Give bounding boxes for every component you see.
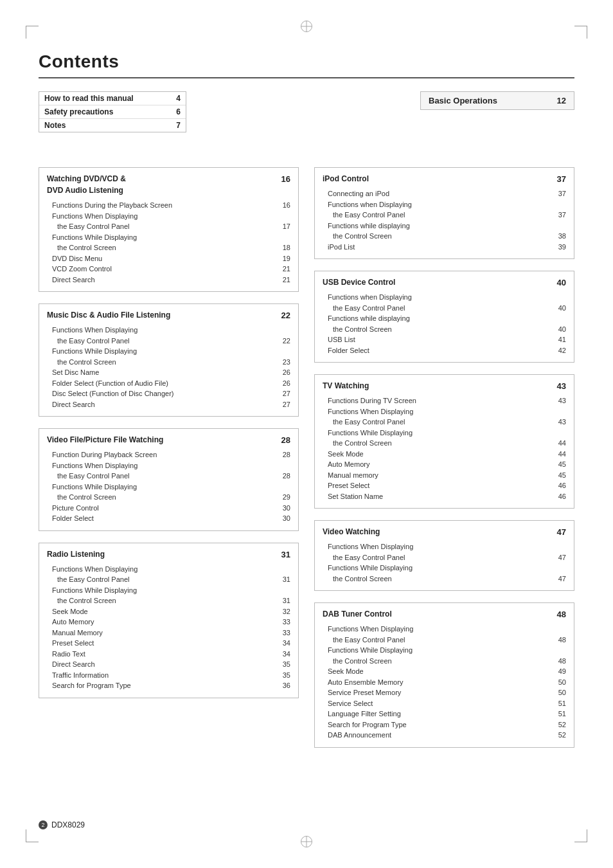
entry-row: the Control Screen48 — [323, 656, 566, 667]
entry-label: Set Station Name — [328, 491, 553, 502]
entry-label: Folder Select — [328, 345, 553, 356]
entry-page: 43 — [553, 395, 566, 406]
entry-label: Seek Mode — [328, 449, 553, 460]
entry-row: the Control Screen29 — [47, 492, 290, 503]
entry-page — [278, 585, 290, 596]
entry-label: the Easy Control Panel — [333, 635, 553, 646]
entry-page: 43 — [553, 417, 566, 428]
entry-row: Functions While Displaying — [323, 428, 566, 439]
entry-row: the Control Screen31 — [47, 595, 290, 606]
entry-page: 48 — [553, 635, 566, 646]
section-box-video-file: Video File/Picture File Watching28Functi… — [39, 428, 299, 531]
entry-row: the Control Screen23 — [47, 357, 290, 368]
section-page: 37 — [557, 174, 566, 184]
intro-label: Safety precautions — [39, 105, 167, 119]
intro-page: 7 — [167, 119, 186, 132]
entry-row: the Easy Control Panel40 — [323, 303, 566, 314]
entry-label: Connecting an iPod — [328, 188, 553, 199]
entry-row: the Control Screen44 — [323, 438, 566, 449]
entry-row: Direct Search35 — [47, 659, 290, 670]
entry-page: 27 — [278, 388, 290, 399]
section-title: DAB Tuner Control — [323, 610, 392, 619]
entry-label: Functions when Displaying — [328, 292, 553, 303]
section-title: Video Watching — [323, 527, 380, 536]
entry-page: 28 — [278, 471, 290, 482]
entry-label: Functions while displaying — [328, 313, 553, 324]
entry-page: 34 — [278, 649, 290, 660]
basic-operations-page: 12 — [557, 96, 566, 105]
entry-row: Direct Search21 — [47, 275, 290, 285]
section-header: iPod Control37 — [323, 174, 566, 186]
entry-page — [553, 221, 566, 231]
entry-page: 18 — [278, 242, 290, 253]
entry-page: 35 — [278, 659, 290, 670]
entry-row: Functions While Displaying — [47, 346, 290, 357]
section-title-wrap: Video File/Picture File Watching — [47, 435, 163, 447]
entry-label: Functions While Displaying — [52, 585, 278, 596]
entry-page — [553, 645, 566, 656]
intro-page: 4 — [167, 92, 186, 105]
entry-row: Preset Select46 — [323, 480, 566, 491]
entry-page: 46 — [553, 491, 566, 502]
intro-row: How to read this manual4 — [39, 92, 186, 105]
entry-page: 40 — [553, 303, 566, 314]
entry-label: the Easy Control Panel — [333, 210, 553, 221]
entry-page — [553, 428, 566, 439]
entry-row: Functions While Displaying — [47, 482, 290, 493]
entry-page: 33 — [278, 628, 290, 638]
entry-label: Functions while displaying — [328, 221, 553, 231]
entry-label: Direct Search — [52, 275, 278, 285]
entry-label: the Control Screen — [333, 231, 553, 242]
entry-row: Auto Memory45 — [323, 459, 566, 470]
entry-label: Service Select — [328, 698, 553, 709]
section-box-radio: Radio Listening31Functions When Displayi… — [39, 543, 299, 698]
entry-row: Seek Mode32 — [47, 606, 290, 617]
entry-row: Connecting an iPod37 — [323, 188, 566, 199]
entry-label: Functions During the Playback Screen — [52, 200, 278, 211]
section-box-tv: TV Watching43Functions During TV Screen4… — [314, 374, 574, 509]
section-title: TV Watching — [323, 381, 369, 390]
section-header: TV Watching43 — [323, 381, 566, 393]
entry-row: Traffic Information35 — [47, 670, 290, 681]
section-page: 31 — [281, 550, 290, 559]
entry-page: 45 — [553, 459, 566, 470]
entry-page: 33 — [278, 617, 290, 628]
entry-page — [278, 460, 290, 471]
entry-page: 29 — [278, 492, 290, 503]
crop-br — [574, 829, 587, 842]
entry-row: USB List41 — [323, 334, 566, 345]
entry-page: 37 — [553, 188, 566, 199]
entry-label: the Control Screen — [57, 492, 278, 503]
entry-page: 42 — [553, 345, 566, 356]
entry-page: 31 — [278, 595, 290, 606]
section-title-wrap: Music Disc & Audio File Listening — [47, 311, 170, 322]
entry-label: Functions While Displaying — [52, 482, 278, 493]
entry-label: Functions While Displaying — [52, 346, 278, 357]
intro-label: How to read this manual — [39, 92, 167, 105]
page-footer: 2 DDX8029 — [39, 820, 85, 829]
entry-label: the Control Screen — [333, 656, 553, 667]
entry-row: Functions While Displaying — [47, 585, 290, 596]
entry-row: Functions When Displaying — [323, 541, 566, 552]
entry-row: DVD Disc Menu19 — [47, 253, 290, 264]
entry-label: Radio Text — [52, 649, 278, 660]
entry-row: the Easy Control Panel48 — [323, 635, 566, 646]
entry-row: Functions When Displaying — [47, 325, 290, 336]
basic-operations-box: Basic Operations 12 — [420, 91, 574, 110]
section-title: Music Disc & Audio File Listening — [47, 311, 170, 320]
entry-label: DAB Announcement — [328, 730, 553, 741]
page-number: 2 — [41, 822, 44, 828]
entry-page — [553, 199, 566, 210]
section-header: Video Watching47 — [323, 527, 566, 539]
entry-page: 21 — [278, 275, 290, 285]
entry-page: 39 — [553, 242, 566, 253]
entry-page: 30 — [278, 513, 290, 524]
section-page: 47 — [557, 527, 566, 537]
entry-label: the Control Screen — [333, 324, 553, 335]
entry-page: 28 — [278, 449, 290, 460]
entry-page: 49 — [553, 666, 566, 677]
entry-label: Direct Search — [52, 399, 278, 410]
entry-row: Auto Ensemble Memory50 — [323, 677, 566, 688]
entry-label: Functions While Displaying — [328, 645, 553, 656]
page-title: Contents — [39, 51, 119, 72]
